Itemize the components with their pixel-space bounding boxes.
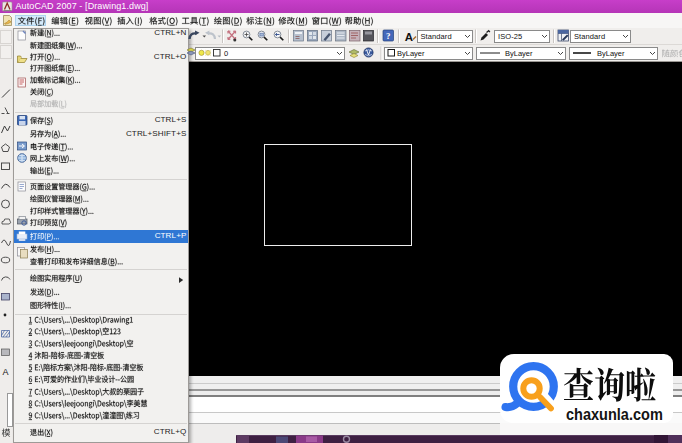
svg-text:A: A bbox=[2, 367, 8, 377]
svg-text:?: ? bbox=[386, 31, 391, 41]
svg-text:A: A bbox=[405, 31, 413, 43]
